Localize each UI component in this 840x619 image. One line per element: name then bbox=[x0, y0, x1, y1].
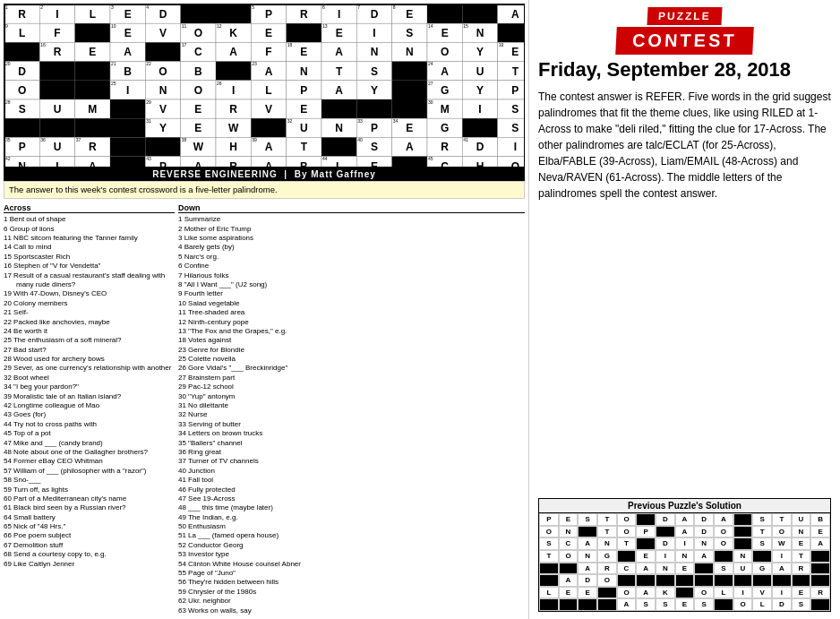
solution-cell bbox=[675, 587, 695, 599]
puzzle-description: The contest answer is REFER. Five words … bbox=[538, 89, 831, 202]
solution-cell: E bbox=[792, 587, 811, 599]
solution-cell: S bbox=[752, 513, 772, 526]
clue-item: 25 Colette novella bbox=[178, 355, 525, 364]
clue-item: 63 Works on walls, say bbox=[178, 606, 525, 615]
solution-cell bbox=[733, 537, 753, 550]
clue-item: 32 Nurse bbox=[178, 410, 525, 419]
solution-cell: N bbox=[694, 537, 714, 550]
clue-item: 20 Colony members bbox=[4, 299, 175, 308]
solution-cell: E bbox=[578, 587, 597, 599]
solution-grid: PESTODADASTUBONTOPADOTONESCANTDINOSWEATO… bbox=[538, 513, 831, 612]
clue-item: 59 Turn off, as lights bbox=[4, 486, 175, 494]
solution-cell bbox=[772, 574, 792, 587]
solution-cell: D bbox=[578, 574, 597, 587]
solution-cell: O bbox=[617, 526, 637, 538]
solution-cell: I bbox=[772, 550, 792, 563]
clue-item: 47 Mike and ___ (candy brand) bbox=[4, 439, 175, 448]
clue-item: 2 Mother of Eric Trump bbox=[178, 225, 525, 234]
solution-cell: D bbox=[656, 537, 675, 550]
down-title: Down bbox=[178, 203, 525, 213]
solution-cell: P bbox=[636, 526, 656, 538]
solution-cell: A bbox=[675, 526, 695, 538]
solution-cell bbox=[617, 550, 637, 563]
solution-cell: A bbox=[636, 563, 656, 575]
clue-item: 59 Chrysler of the 1980s bbox=[178, 588, 525, 597]
solution-cell: E bbox=[675, 563, 695, 575]
clue-item: 48 ___ this time (maybe later) bbox=[178, 503, 525, 512]
solution-cell: C bbox=[559, 537, 579, 550]
solution-cell: O bbox=[733, 598, 753, 611]
across-clues-section: Across 1 Bent out of shape6 Group of lio… bbox=[4, 201, 178, 615]
clue-item: 11 NBC sitcom featuring the Tanner famil… bbox=[4, 234, 175, 243]
clue-item: 66 Poe poem subject bbox=[4, 531, 175, 540]
clue-item: 14 Call to mind bbox=[4, 243, 175, 252]
clue-item: 54 Clinton White House counsel Abner bbox=[178, 560, 525, 569]
clue-item: 42 Longtime colleague of Mao bbox=[4, 401, 175, 410]
clue-item: 33 Serving of butter bbox=[178, 420, 525, 429]
solution-cell: E bbox=[810, 526, 830, 538]
solution-cell: O bbox=[714, 537, 733, 550]
banner-top: PUZZLE bbox=[658, 10, 711, 22]
prev-solution-title: Previous Puzzle's Solution bbox=[538, 498, 831, 513]
clue-item: 62 Ukr. neighbor bbox=[178, 597, 525, 606]
contest-banner: PUZZLE CONTEST bbox=[538, 7, 831, 55]
clue-item: 17 Result of a casual restaurant's staff… bbox=[4, 271, 175, 290]
clue-item: 35 "Ballers" channel bbox=[178, 439, 525, 448]
solution-cell: A bbox=[636, 587, 656, 599]
solution-cell: P bbox=[539, 513, 559, 526]
down-clues-section: Down 1 Summarize2 Mother of Eric Trump3 … bbox=[178, 201, 525, 615]
clue-item: 55 Page of "Juno" bbox=[178, 569, 525, 578]
solution-cell: W bbox=[772, 537, 792, 550]
across-clues-list: 1 Bent out of shape6 Group of lions11 NB… bbox=[4, 215, 175, 569]
solution-cell: D bbox=[694, 526, 714, 538]
solution-cell: I bbox=[675, 537, 695, 550]
clue-item: 45 Top of a pot bbox=[4, 429, 175, 438]
clue-item: 22 Packed like anchovies, maybe bbox=[4, 318, 175, 327]
puzzle-byline: By Matt Gaffney bbox=[295, 169, 376, 179]
clue-item: 7 Hilarious folks bbox=[178, 271, 525, 280]
clue-item: 19 With 47-Down, Disney's CEO bbox=[4, 289, 175, 298]
solution-cell: A bbox=[772, 563, 792, 575]
solution-cell bbox=[656, 574, 675, 587]
solution-cell bbox=[733, 513, 753, 526]
clue-item: 23 Genre for Blondie bbox=[178, 346, 525, 355]
solution-cell: N bbox=[733, 550, 753, 563]
solution-cell: S bbox=[636, 598, 656, 611]
solution-cell bbox=[559, 563, 579, 575]
clue-item: 24 Be worth it bbox=[4, 327, 175, 336]
clue-item: 34 "I beg your pardon?" bbox=[4, 383, 175, 391]
clue-item: 50 Enthusiasm bbox=[178, 522, 525, 531]
solution-cell: V bbox=[752, 587, 772, 599]
solution-cell: O bbox=[597, 574, 617, 587]
solution-cell: O bbox=[617, 513, 637, 526]
solution-cell bbox=[810, 598, 830, 611]
solution-cell: S bbox=[694, 598, 714, 611]
down-clues-list: 1 Summarize2 Mother of Eric Trump3 Like … bbox=[178, 215, 525, 615]
contest-note: The answer to this week's contest crossw… bbox=[4, 181, 525, 199]
solution-cell bbox=[792, 574, 811, 587]
solution-cell bbox=[752, 550, 772, 563]
clue-item: 3 Like some aspirations bbox=[178, 234, 525, 243]
solution-cell: A bbox=[694, 550, 714, 563]
solution-cell: I bbox=[733, 587, 753, 599]
clue-item: 49 The Indian, e.g. bbox=[178, 513, 525, 522]
solution-cell: U bbox=[792, 513, 811, 526]
solution-cell: T bbox=[752, 526, 772, 538]
solution-cell: I bbox=[656, 550, 675, 563]
clue-item: 67 Demolition stuff bbox=[4, 541, 175, 550]
solution-cell: D bbox=[656, 513, 675, 526]
solution-cell: S bbox=[714, 563, 733, 575]
clue-item: 53 Investor type bbox=[178, 550, 525, 559]
solution-cell: T bbox=[597, 526, 617, 538]
solution-cell bbox=[714, 550, 733, 563]
title-bar: REVERSE ENGINEERING | By Matt Gaffney bbox=[4, 168, 525, 181]
clue-item: 5 Narc's org. bbox=[178, 253, 525, 262]
solution-cell: E bbox=[675, 598, 695, 611]
clue-item: 37 Turner of TV channels bbox=[178, 457, 525, 466]
clue-item: 6 Group of lions bbox=[4, 225, 175, 234]
solution-cell: L bbox=[752, 598, 772, 611]
clue-item: 9 Fourth letter bbox=[178, 289, 525, 298]
solution-cell: G bbox=[597, 550, 617, 563]
clue-item: 40 Junction bbox=[178, 467, 525, 476]
solution-cell: T bbox=[617, 537, 637, 550]
